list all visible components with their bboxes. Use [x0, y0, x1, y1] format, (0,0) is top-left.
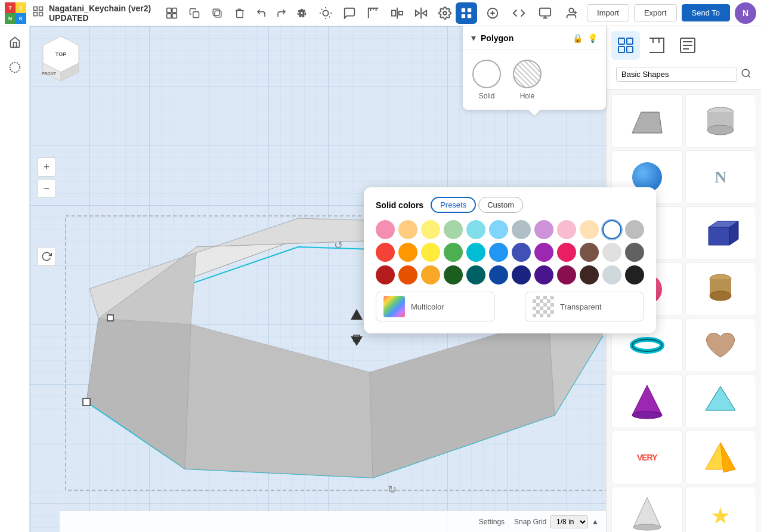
- send-to-button[interactable]: Send To: [682, 4, 730, 21]
- polygon-collapse-button[interactable]: ▾: [471, 32, 476, 44]
- duplicate-button[interactable]: [206, 2, 228, 24]
- color-swatch[interactable]: [444, 243, 463, 262]
- mirror-tool[interactable]: [410, 2, 432, 24]
- app-logo[interactable]: T I N K: [5, 2, 26, 24]
- redo-button[interactable]: [272, 4, 291, 23]
- color-swatch[interactable]: [466, 243, 485, 262]
- color-swatch[interactable]: [512, 265, 531, 284]
- import-button[interactable]: Import: [587, 4, 629, 21]
- custom-tab[interactable]: Custom: [478, 197, 523, 213]
- svg-marker-93: [632, 385, 662, 415]
- undo-button[interactable]: [252, 4, 271, 23]
- shape-item-bent[interactable]: [611, 94, 683, 148]
- shape-item-cylinder2[interactable]: [685, 262, 757, 316]
- color-swatch[interactable]: [557, 243, 576, 262]
- color-swatch[interactable]: [534, 220, 553, 239]
- polygon-hole-option[interactable]: Hole: [513, 60, 542, 100]
- color-swatch[interactable]: [580, 220, 599, 239]
- color-swatch[interactable]: [489, 220, 508, 239]
- color-swatch[interactable]: [580, 265, 599, 284]
- color-swatch[interactable]: [557, 220, 576, 239]
- nav-list[interactable]: [534, 2, 556, 24]
- color-swatch[interactable]: [444, 265, 463, 284]
- align-tool[interactable]: [386, 2, 408, 24]
- zoom-out-button[interactable]: −: [37, 179, 56, 198]
- shape-item-text[interactable]: N: [685, 150, 757, 204]
- color-swatch[interactable]: [398, 220, 417, 239]
- color-swatch[interactable]: [398, 243, 417, 262]
- shape-item-box[interactable]: [685, 206, 757, 260]
- polygon-lock-icon[interactable]: 🔒: [573, 33, 583, 43]
- shape-item-prism[interactable]: [685, 375, 757, 428]
- user-avatar[interactable]: N: [735, 2, 756, 24]
- shape-item-text2[interactable]: VERY: [611, 431, 683, 484]
- polygon-solid-option[interactable]: Solid: [472, 60, 501, 100]
- shape-item-cylinder[interactable]: [685, 94, 757, 148]
- snap-grid-select[interactable]: 1/8 in 1/4 in 1 mm: [550, 515, 588, 528]
- shape-item-cone2[interactable]: [611, 487, 683, 532]
- color-swatch[interactable]: [376, 220, 395, 239]
- color-swatch[interactable]: [625, 243, 644, 262]
- camera-tool[interactable]: [291, 2, 313, 24]
- polygon-visible-icon[interactable]: 💡: [587, 33, 598, 43]
- nav-code[interactable]: [508, 2, 530, 24]
- color-swatch[interactable]: [444, 220, 463, 239]
- ruler-tool[interactable]: [363, 2, 384, 24]
- color-swatch[interactable]: [580, 243, 599, 262]
- export-button[interactable]: Export: [634, 4, 677, 21]
- color-swatch[interactable]: [489, 265, 508, 284]
- color-swatch[interactable]: [557, 265, 576, 284]
- color-swatch-white-selected[interactable]: [602, 220, 621, 239]
- transparent-option[interactable]: Transparent: [525, 292, 644, 321]
- color-swatch[interactable]: [489, 243, 508, 262]
- color-swatch[interactable]: [625, 265, 644, 284]
- presets-tab[interactable]: Presets: [431, 197, 476, 213]
- sidebar-ruler-view[interactable]: [642, 31, 671, 60]
- color-swatch[interactable]: [625, 220, 644, 239]
- color-swatch[interactable]: [466, 220, 485, 239]
- copy-button[interactable]: [184, 2, 205, 24]
- sidebar-grid-view[interactable]: [611, 31, 640, 60]
- color-swatch[interactable]: [512, 220, 531, 239]
- color-swatch[interactable]: [534, 243, 553, 262]
- color-swatch[interactable]: [466, 265, 485, 284]
- shape-item-cone[interactable]: [611, 375, 683, 428]
- color-swatch[interactable]: [398, 265, 417, 284]
- nav-gallery[interactable]: [482, 2, 503, 24]
- shape-item-pyramid[interactable]: [685, 431, 757, 484]
- color-swatch[interactable]: [602, 243, 621, 262]
- color-swatch[interactable]: [421, 243, 440, 262]
- color-swatch[interactable]: [534, 265, 553, 284]
- color-swatch[interactable]: [421, 220, 440, 239]
- snap-expand-icon[interactable]: ▲: [592, 518, 599, 526]
- zoom-in-button[interactable]: +: [37, 157, 56, 177]
- sidebar-notes-view[interactable]: [673, 31, 702, 60]
- color-swatch[interactable]: [512, 243, 531, 262]
- color-swatch[interactable]: [602, 265, 621, 284]
- svg-marker-29: [423, 10, 426, 16]
- rotate-mode-button[interactable]: [37, 247, 56, 266]
- nav-add-user[interactable]: [561, 2, 582, 24]
- view-cube[interactable]: TOP FRONT: [37, 33, 85, 81]
- color-swatch[interactable]: [376, 243, 395, 262]
- category-select[interactable]: Basic Shapes: [616, 67, 737, 82]
- multicolor-option[interactable]: Multicolor: [376, 292, 495, 321]
- shape-item-star2[interactable]: ★: [685, 487, 757, 532]
- search-button[interactable]: [741, 68, 751, 81]
- project-title: Nagatani_Keychain (ver2) UPDATED: [49, 4, 154, 23]
- color-swatch[interactable]: [376, 265, 395, 284]
- delete-button[interactable]: [229, 2, 250, 24]
- settings-link[interactable]: Settings: [479, 518, 505, 526]
- notes-tool[interactable]: [339, 2, 360, 24]
- shape-item-heart[interactable]: [685, 318, 757, 372]
- nav-grid-view[interactable]: [456, 2, 477, 24]
- select-tool[interactable]: [4, 56, 26, 79]
- light-tool[interactable]: [315, 2, 336, 24]
- svg-point-90: [710, 291, 731, 301]
- home-button[interactable]: [4, 31, 26, 54]
- color-row-3: [376, 265, 644, 284]
- hole-label: Hole: [520, 92, 535, 100]
- group-button[interactable]: [161, 2, 182, 24]
- color-swatch[interactable]: [421, 265, 440, 284]
- settings-tool[interactable]: [434, 2, 456, 24]
